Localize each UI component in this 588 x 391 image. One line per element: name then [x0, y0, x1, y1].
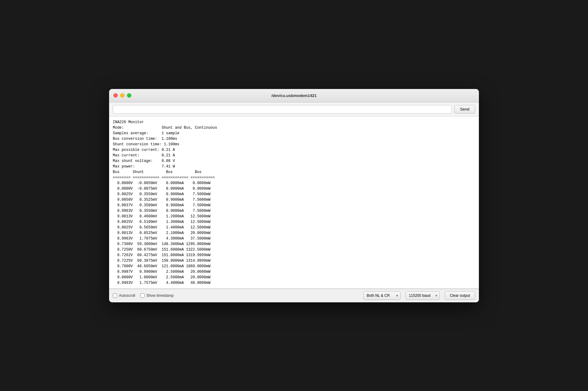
autoscroll-label[interactable]: Autoscroll — [113, 293, 135, 298]
show-timestamp-label[interactable]: Show timestamp — [140, 293, 174, 298]
output-text: INA226 Monitor Mode: Shunt and Bus, Cont… — [113, 119, 475, 286]
minimize-button[interactable] — [120, 93, 125, 98]
autoscroll-checkbox[interactable] — [113, 293, 117, 298]
show-timestamp-checkbox[interactable] — [140, 293, 145, 298]
maximize-button[interactable] — [127, 93, 131, 98]
clear-output-button[interactable]: Clear output — [445, 291, 475, 300]
send-button[interactable]: Send — [454, 105, 475, 114]
toolbar: Send — [109, 103, 479, 116]
baud-rate-select[interactable]: 300 baud 1200 baud 2400 baud 4800 baud 9… — [406, 291, 440, 300]
line-ending-select[interactable]: No line ending Newline Carriage return B… — [363, 291, 401, 300]
bottom-bar: Autoscroll Show timestamp No line ending… — [109, 289, 479, 302]
close-button[interactable] — [113, 93, 118, 98]
show-timestamp-text: Show timestamp — [146, 293, 174, 298]
title-bar: /dev/cu.usbmodem1421 — [109, 89, 479, 103]
app-window: /dev/cu.usbmodem1421 Send INA226 Monitor… — [109, 89, 479, 302]
autoscroll-text: Autoscroll — [119, 293, 135, 298]
window-controls — [113, 93, 131, 98]
output-area[interactable]: INA226 Monitor Mode: Shunt and Bus, Cont… — [109, 116, 479, 289]
baud-rate-dropdown-container: 300 baud 1200 baud 2400 baud 4800 baud 9… — [406, 291, 440, 300]
serial-input[interactable] — [113, 105, 452, 114]
line-ending-dropdown-container: No line ending Newline Carriage return B… — [363, 291, 401, 300]
window-title: /dev/cu.usbmodem1421 — [272, 93, 317, 98]
